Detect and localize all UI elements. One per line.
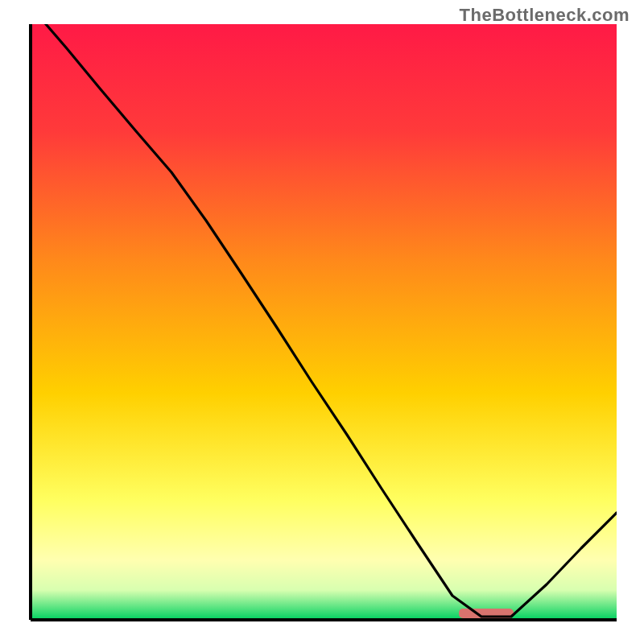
plot-background	[31, 24, 617, 620]
bottleneck-chart	[0, 0, 644, 644]
chart-container: TheBottleneck.com	[0, 0, 644, 644]
watermark-text: TheBottleneck.com	[460, 5, 630, 26]
